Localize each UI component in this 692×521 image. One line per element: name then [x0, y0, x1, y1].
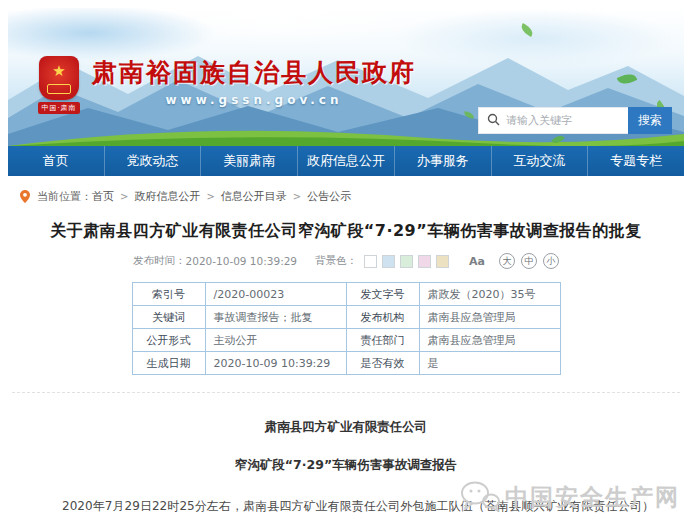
meta-label: 公开形式: [132, 329, 205, 352]
table-row: 生成日期 2020-10-09 10:39:29 是否有效 是: [132, 352, 560, 375]
site-title: 肃南裕固族自治县人民政府: [92, 56, 416, 89]
search-button[interactable]: 搜索: [628, 107, 672, 134]
site-banner: ★ 中国·肃南 肃南裕固族自治县人民政府 www.gssn.gov.cn 搜索: [8, 8, 684, 146]
main-nav: 首页 党政动态 美丽肃南 政府信息公开 办事服务 互动交流 专题专栏: [8, 146, 684, 176]
meta-value: 肃南县应急管理局: [419, 329, 560, 352]
table-row: 公开形式 主动公开 责任部门 肃南县应急管理局: [132, 329, 560, 352]
bg-swatch-pink[interactable]: [418, 255, 431, 268]
table-row: 索引号 /2020-00023 发文字号 肃政发（2020）35号: [132, 283, 560, 306]
meta-value: 主动公开: [205, 329, 346, 352]
site-url: www.gssn.gov.cn: [92, 93, 416, 107]
article-meta-row: 发布时间： 2020-10-09 10:39:29 背景色： Aa 大 中 小: [8, 253, 684, 269]
search-box: 搜索: [478, 107, 672, 134]
breadcrumb-gov-info[interactable]: 政府信息公开: [134, 189, 200, 204]
nav-item-party-news[interactable]: 党政动态: [105, 146, 202, 176]
national-emblem-icon: ★ 中国·肃南: [36, 56, 82, 114]
meta-label: 生成日期: [132, 352, 205, 375]
font-size-small-button[interactable]: 小: [543, 253, 559, 269]
document-heading-report: 窄沟矿段“7·29”车辆伤害事故调查报告: [8, 457, 684, 474]
document-paragraph: 2020年7月29日22时25分左右，肃南县四方矿业有限责任公司外包施工队伍（苍…: [38, 495, 654, 521]
page: ★ 中国·肃南 肃南裕固族自治县人民政府 www.gssn.gov.cn 搜索 …: [0, 0, 692, 521]
nav-item-beautiful-sunan[interactable]: 美丽肃南: [201, 146, 298, 176]
meta-label: 发文字号: [346, 283, 419, 306]
nav-item-gov-info[interactable]: 政府信息公开: [298, 146, 395, 176]
nav-item-interaction[interactable]: 互动交流: [492, 146, 589, 176]
bg-color-swatches: [359, 255, 449, 268]
font-size-icon: Aa: [469, 255, 485, 268]
bg-swatch-green[interactable]: [400, 255, 413, 268]
article-title: 关于肃南县四方矿业有限责任公司窄沟矿段“7·29”车辆伤害事故调查报告的批复: [8, 221, 684, 242]
nav-item-home[interactable]: 首页: [8, 146, 105, 176]
breadcrumb-prefix: 当前位置：: [37, 189, 92, 204]
bg-swatch-white[interactable]: [364, 255, 377, 268]
site-logo[interactable]: ★ 中国·肃南 肃南裕固族自治县人民政府 www.gssn.gov.cn: [36, 56, 416, 114]
meta-label: 索引号: [132, 283, 205, 306]
meta-label: 责任部门: [346, 329, 419, 352]
document-meta-table: 索引号 /2020-00023 发文字号 肃政发（2020）35号 关键词 事故…: [132, 282, 561, 375]
meta-label: 是否有效: [346, 352, 419, 375]
meta-value: 事故调查报告；批复: [205, 306, 346, 329]
publish-time-label: 发布时间：: [133, 254, 186, 268]
location-pin-icon: [20, 190, 30, 203]
meta-value: /2020-00023: [205, 283, 346, 306]
meta-value: 2020-10-09 10:39:29: [205, 352, 346, 375]
meta-label: 关键词: [132, 306, 205, 329]
meta-value: 是: [419, 352, 560, 375]
meta-value: 肃南县应急管理局: [419, 306, 560, 329]
font-size-large-button[interactable]: 大: [499, 253, 515, 269]
meta-value: 肃政发（2020）35号: [419, 283, 560, 306]
font-size-tools: Aa 大 中 小: [469, 253, 559, 269]
bg-swatch-blue[interactable]: [382, 255, 395, 268]
bg-color-label: 背景色：: [315, 254, 357, 268]
section-divider: [12, 392, 680, 393]
document-heading-company: 肃南县四方矿业有限责任公司: [8, 419, 684, 436]
search-input[interactable]: [506, 114, 616, 127]
search-icon: [487, 111, 500, 130]
breadcrumb-announcements[interactable]: 公告公示: [307, 189, 351, 204]
nav-item-services[interactable]: 办事服务: [395, 146, 492, 176]
breadcrumb: 当前位置： 首页 > 政府信息公开 > 信息公开目录 > 公告公示: [20, 189, 684, 204]
meta-label: 发布机构: [346, 306, 419, 329]
content-area: 当前位置： 首页 > 政府信息公开 > 信息公开目录 > 公告公示 关于肃南县四…: [8, 176, 684, 521]
publish-time: 2020-10-09 10:39:29: [186, 255, 298, 267]
breadcrumb-info-catalog[interactable]: 信息公开目录: [221, 189, 287, 204]
nav-item-special-topics[interactable]: 专题专栏: [588, 146, 684, 176]
font-size-medium-button[interactable]: 中: [521, 253, 537, 269]
emblem-caption: 中国·肃南: [38, 102, 79, 114]
breadcrumb-home[interactable]: 首页: [92, 189, 114, 204]
bg-swatch-tan[interactable]: [436, 255, 449, 268]
table-row: 关键词 事故调查报告；批复 发布机构 肃南县应急管理局: [132, 306, 560, 329]
